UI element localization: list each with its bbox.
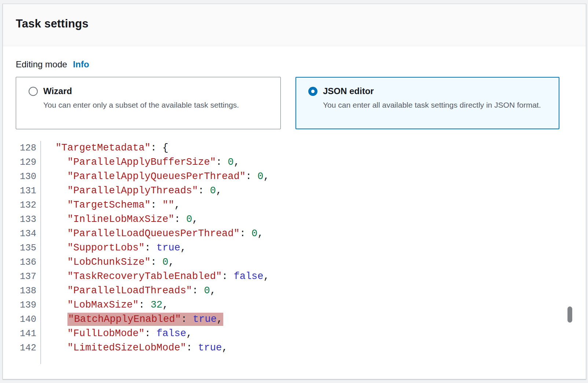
line-number: 141	[16, 327, 41, 341]
code-text[interactable]: "BatchApplyEnabled": true,	[41, 312, 223, 327]
line-number: 132	[16, 198, 41, 212]
code-text[interactable]: "ParallelApplyBufferSize": 0,	[41, 155, 240, 170]
editing-mode-row: Editing mode Info	[16, 59, 572, 70]
code-line[interactable]: 139 "LobMaxSize": 32,	[16, 298, 572, 312]
tile-wizard[interactable]: Wizard You can enter only a subset of th…	[16, 77, 281, 129]
code-text[interactable]: "InlineLobMaxSize": 0,	[41, 212, 198, 227]
wizard-radio-label: Wizard	[43, 86, 72, 96]
code-line[interactable]: 134 "ParallelLoadQueuesPerThread": 0,	[16, 227, 572, 241]
code-text[interactable]: "LobChunkSize": 0,	[41, 255, 174, 269]
line-number-filler	[16, 355, 41, 364]
code-line[interactable]: 135 "SupportLobs": true,	[16, 241, 572, 255]
info-link[interactable]: Info	[73, 59, 89, 70]
code-line[interactable]: 128 "TargetMetadata": {	[16, 141, 572, 155]
code-line[interactable]: 136 "LobChunkSize": 0,	[16, 255, 572, 269]
code-text[interactable]: "ParallelLoadQueuesPerThread": 0,	[41, 227, 264, 241]
json-editor-radio[interactable]	[308, 87, 317, 96]
line-number: 133	[16, 212, 41, 227]
editing-mode-tiles: Wizard You can enter only a subset of th…	[16, 77, 572, 129]
tile-json-editor-head: JSON editor	[308, 86, 550, 96]
highlighted-code-text[interactable]: "BatchApplyEnabled": true,	[67, 313, 223, 326]
line-number: 137	[16, 269, 41, 284]
line-number: 134	[16, 227, 41, 241]
code-text[interactable]: "ParallelApplyQueuesPerThread": 0,	[41, 170, 269, 184]
code-line[interactable]: 130 "ParallelApplyQueuesPerThread": 0,	[16, 170, 572, 184]
code-line[interactable]: 142 "LimitedSizeLobMode": true,	[16, 341, 572, 355]
task-settings-panel: Task settings Editing mode Info Wizard Y…	[3, 4, 586, 379]
code-text[interactable]: "ParallelLoadThreads": 0,	[41, 284, 216, 298]
code-text[interactable]: "SupportLobs": true,	[41, 241, 186, 255]
code-text[interactable]: "TargetMetadata": {	[41, 141, 168, 155]
json-editor-description: You can enter all available task setting…	[323, 99, 547, 111]
code-text[interactable]: "LimitedSizeLobMode": true,	[41, 341, 228, 355]
line-number: 128	[16, 141, 41, 155]
line-number: 138	[16, 284, 41, 298]
code-line[interactable]: 131 "ParallelApplyThreads": 0,	[16, 184, 572, 198]
code-line[interactable]: 137 "TaskRecoveryTableEnabled": false,	[16, 269, 572, 284]
code-line[interactable]: 129 "ParallelApplyBufferSize": 0,	[16, 155, 572, 170]
tile-wizard-head: Wizard	[29, 86, 272, 96]
code-text[interactable]: "TaskRecoveryTableEnabled": false,	[41, 269, 269, 284]
line-number: 129	[16, 155, 41, 170]
json-editor-radio-label: JSON editor	[323, 86, 374, 96]
panel-header: Task settings	[3, 4, 586, 46]
editor-scrollbar-thumb[interactable]	[567, 306, 572, 323]
wizard-description: You can enter only a subset of the avail…	[43, 99, 267, 111]
editing-mode-label: Editing mode	[16, 59, 67, 70]
panel-title: Task settings	[16, 17, 571, 30]
code-line[interactable]: 141 "FullLobMode": false,	[16, 327, 572, 341]
code-text[interactable]: "TargetSchema": "",	[41, 198, 180, 212]
wizard-radio[interactable]	[29, 87, 38, 96]
code-text[interactable]: "LobMaxSize": 32,	[41, 298, 168, 312]
code-text[interactable]: "ParallelApplyThreads": 0,	[41, 184, 222, 198]
code-text[interactable]: "FullLobMode": false,	[41, 327, 192, 341]
code-line[interactable]: 138 "ParallelLoadThreads": 0,	[16, 284, 572, 298]
code-line-filler	[16, 355, 572, 364]
code-lines: 128 "TargetMetadata": {129 "ParallelAppl…	[16, 141, 572, 364]
line-number: 135	[16, 241, 41, 255]
line-number: 131	[16, 184, 41, 198]
line-number: 139	[16, 298, 41, 312]
line-number: 140	[16, 312, 41, 327]
code-line[interactable]: 132 "TargetSchema": "",	[16, 198, 572, 212]
tile-json-editor[interactable]: JSON editor You can enter all available …	[295, 77, 559, 129]
panel-body: Editing mode Info Wizard You can enter o…	[3, 59, 586, 364]
code-line[interactable]: 133 "InlineLobMaxSize": 0,	[16, 212, 572, 227]
code-line[interactable]: 140 "BatchApplyEnabled": true,	[16, 312, 572, 327]
line-number: 130	[16, 170, 41, 184]
line-number: 142	[16, 341, 41, 355]
line-number: 136	[16, 255, 41, 269]
json-code-editor[interactable]: 128 "TargetMetadata": {129 "ParallelAppl…	[16, 141, 572, 364]
